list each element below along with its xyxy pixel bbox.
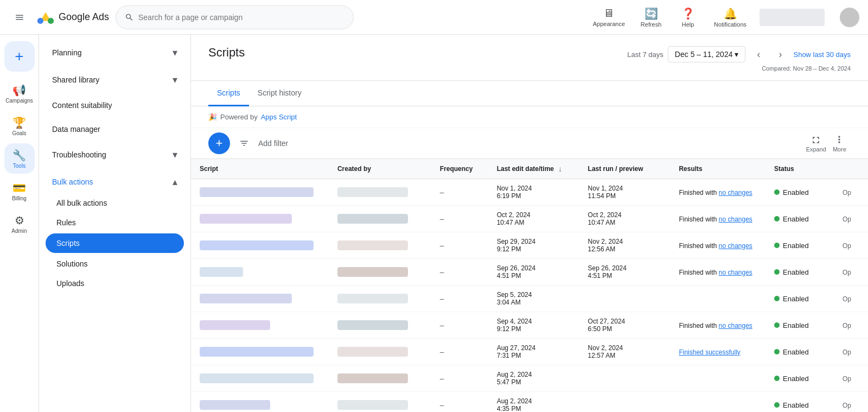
bulk-actions-chevron-icon: ▴ bbox=[173, 176, 177, 188]
sidebar-item-tools[interactable]: 🔧 Tools bbox=[4, 143, 35, 174]
cell-results[interactable]: Finished successfully bbox=[670, 339, 765, 365]
cell-frequency: – bbox=[431, 259, 488, 286]
nav-section-header-troubleshooting[interactable]: Troubleshooting ▾ bbox=[39, 143, 190, 166]
action-op-label: Op bbox=[843, 189, 851, 197]
nav-sub-scripts[interactable]: Scripts bbox=[46, 233, 184, 253]
nav-panel: Planning ▾ Shared library ▾ Content suit… bbox=[39, 35, 191, 412]
expand-button[interactable]: Expand bbox=[806, 135, 826, 153]
cell-status: Enabled bbox=[765, 232, 834, 259]
cell-results[interactable]: Finished with no changes bbox=[670, 206, 765, 232]
sidebar-item-admin[interactable]: ⚙ Admin bbox=[4, 208, 35, 239]
status-dot bbox=[774, 296, 780, 301]
layout: + 📢 Campaigns 🏆 Goals 🔧 Tools 💳 Billing … bbox=[0, 35, 868, 412]
cell-frequency: – bbox=[431, 365, 488, 392]
add-filter-label[interactable]: Add filter bbox=[258, 139, 288, 148]
search-icon bbox=[125, 12, 134, 22]
col-header-script[interactable]: Script bbox=[191, 159, 329, 179]
powered-by-label: Powered by bbox=[220, 113, 258, 121]
sidebar-label-billing: Billing bbox=[12, 195, 27, 201]
help-icon: ❓ bbox=[681, 7, 695, 20]
sidebar-item-goals[interactable]: 🏆 Goals bbox=[4, 111, 35, 141]
show-30-days-link[interactable]: Show last 30 days bbox=[793, 50, 851, 59]
nav-sub-all-bulk-actions[interactable]: All bulk actions bbox=[39, 193, 190, 213]
cell-actions: Op bbox=[834, 259, 868, 286]
nav-sub-solutions[interactable]: Solutions bbox=[39, 254, 190, 274]
cell-results[interactable]: Finished with no changes bbox=[670, 259, 765, 286]
cell-last-edit: Nov 1, 20246:19 PM bbox=[488, 179, 579, 206]
appearance-button[interactable]: 🖥 Appearance bbox=[586, 5, 631, 29]
add-icon: + bbox=[216, 136, 223, 150]
svg-point-1 bbox=[37, 17, 43, 23]
page-header: Scripts Last 7 days Dec 5 – 11, 2024 ▾ ‹… bbox=[191, 35, 868, 81]
create-button[interactable]: + bbox=[4, 41, 35, 72]
nav-section-planning: Planning ▾ bbox=[39, 39, 190, 66]
status-label: Enabled bbox=[783, 375, 809, 383]
search-input[interactable] bbox=[138, 13, 344, 22]
notifications-icon: 🔔 bbox=[724, 7, 737, 20]
tab-scripts[interactable]: Scripts bbox=[208, 81, 249, 106]
table-row: – Oct 2, 202410:47 AM Oct 2, 202410:47 A… bbox=[191, 206, 868, 232]
nav-sub-rules[interactable]: Rules bbox=[39, 213, 190, 232]
cell-last-edit: Aug 2, 20244:35 PM bbox=[488, 392, 579, 413]
cell-results[interactable]: Finished with no changes bbox=[670, 232, 765, 259]
cell-created-by bbox=[329, 365, 431, 392]
nav-section-header-bulk-actions[interactable]: Bulk actions ▴ bbox=[39, 170, 190, 193]
cell-results[interactable]: Finished with no changes bbox=[670, 312, 765, 339]
action-op-label: Op bbox=[843, 242, 851, 250]
col-header-last-run[interactable]: Last run / preview bbox=[579, 159, 671, 179]
refresh-button[interactable]: 🔄 Refresh bbox=[634, 5, 668, 30]
nav-section-shared-library: Shared library ▾ bbox=[39, 66, 190, 93]
cell-script bbox=[191, 312, 329, 339]
col-header-results[interactable]: Results bbox=[670, 159, 765, 179]
cell-status: Enabled bbox=[765, 392, 834, 413]
cell-frequency: – bbox=[431, 206, 488, 232]
table-row: – Sep 29, 20249:12 PM Nov 2, 202412:56 A… bbox=[191, 232, 868, 259]
more-button[interactable]: More bbox=[828, 134, 851, 153]
status-dot bbox=[774, 402, 780, 408]
cell-status: Enabled bbox=[765, 339, 834, 365]
date-prev-button[interactable]: ‹ bbox=[750, 46, 767, 63]
date-controls: Last 7 days Dec 5 – 11, 2024 ▾ ‹ › Show … bbox=[627, 46, 851, 63]
col-header-last-edit[interactable]: Last edit date/time ↓ bbox=[488, 159, 579, 179]
col-header-frequency[interactable]: Frequency bbox=[431, 159, 488, 179]
nav-section-header-content-suitability[interactable]: Content suitability bbox=[39, 96, 190, 115]
sidebar-item-campaigns[interactable]: 📢 Campaigns bbox=[4, 78, 35, 109]
billing-icon: 💳 bbox=[12, 181, 26, 194]
nav-actions: 🖥 Appearance 🔄 Refresh ❓ Help 🔔 Notifica… bbox=[586, 5, 753, 30]
bulk-actions-label: Bulk actions bbox=[52, 178, 93, 186]
cell-script bbox=[191, 232, 329, 259]
nav-section-header-shared-library[interactable]: Shared library ▾ bbox=[39, 68, 190, 91]
main-content: Scripts Last 7 days Dec 5 – 11, 2024 ▾ ‹… bbox=[191, 35, 868, 412]
hamburger-button[interactable] bbox=[9, 7, 30, 28]
status-dot bbox=[774, 269, 780, 275]
cell-frequency: – bbox=[431, 232, 488, 259]
expand-label: Expand bbox=[806, 146, 826, 153]
date-next-button[interactable]: › bbox=[771, 46, 789, 63]
col-header-status[interactable]: Status bbox=[765, 159, 834, 179]
table-row: – Sep 4, 20249:12 PM Oct 27, 20246:50 PM… bbox=[191, 312, 868, 339]
search-bar[interactable] bbox=[116, 5, 354, 29]
logo-text: Google Ads bbox=[59, 11, 109, 23]
date-picker[interactable]: Dec 5 – 11, 2024 ▾ bbox=[668, 46, 746, 62]
notifications-button[interactable]: 🔔 Notifications bbox=[707, 5, 753, 30]
help-label: Help bbox=[682, 21, 694, 28]
sort-icon: ↓ bbox=[558, 164, 562, 173]
create-icon: + bbox=[15, 48, 23, 65]
filter-button[interactable] bbox=[234, 134, 254, 153]
nav-section-header-planning[interactable]: Planning ▾ bbox=[39, 41, 190, 64]
status-label: Enabled bbox=[783, 268, 809, 276]
nav-section-header-data-manager[interactable]: Data manager bbox=[39, 119, 190, 139]
tab-script-history[interactable]: Script history bbox=[249, 81, 310, 106]
col-header-actions bbox=[834, 159, 868, 179]
cell-results[interactable]: Finished with no changes bbox=[670, 179, 765, 206]
action-op-label: Op bbox=[843, 295, 851, 303]
apps-script-link[interactable]: Apps Script bbox=[261, 113, 297, 121]
col-header-created-by[interactable]: Created by bbox=[329, 159, 431, 179]
cell-last-run bbox=[579, 286, 671, 312]
add-script-button[interactable]: + bbox=[208, 132, 230, 154]
user-avatar[interactable] bbox=[840, 8, 859, 27]
sidebar-item-billing[interactable]: 💳 Billing bbox=[4, 176, 35, 206]
help-button[interactable]: ❓ Help bbox=[671, 5, 705, 30]
nav-sub-uploads[interactable]: Uploads bbox=[39, 274, 190, 293]
content-suitability-label: Content suitability bbox=[52, 101, 112, 110]
